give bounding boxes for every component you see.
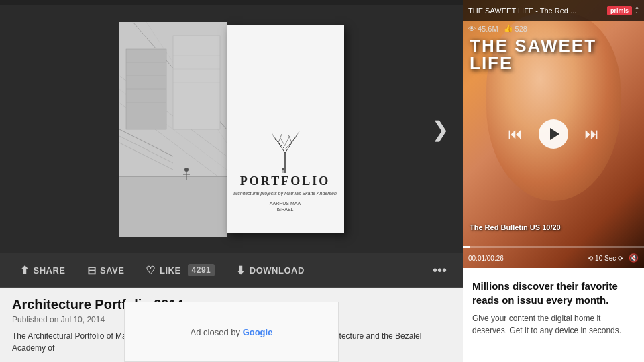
forward-button[interactable]: ⏭ (584, 125, 599, 143)
video-top-bar: THE SAWEET LIFE - The Red ... primis ⤴ (463, 0, 644, 21)
current-time: 00:01 (468, 255, 485, 262)
play-button[interactable] (539, 119, 568, 149)
promo-text: Give your content the digital home it de… (472, 312, 635, 337)
likes-value: 528 (515, 25, 527, 33)
play-icon (550, 128, 559, 140)
download-icon: ⬇ (236, 264, 246, 277)
google-logo: Google (243, 327, 273, 337)
ad-text: Ad closed by (191, 327, 243, 337)
portfolio-author: AARHUS MAA (270, 201, 301, 206)
portfolio-subtitle: architectural projects by Mathias Skafte… (233, 191, 337, 196)
svg-line-36 (285, 136, 290, 145)
svg-line-29 (274, 136, 278, 143)
video-time: 00:01/00:26 (468, 255, 504, 262)
svg-line-35 (280, 138, 285, 146)
video-progress-bar[interactable] (463, 246, 644, 248)
video-top-icons: ⤴ (635, 6, 639, 15)
video-bottom-bar: 00:01/00:26 ⟲ 10 Sec ⟳ 🔇 (468, 253, 639, 263)
share-label: SHARE (34, 265, 66, 276)
page-left (119, 22, 227, 237)
download-label: DOWNLOAD (250, 265, 305, 276)
share-icon: ⬆ (20, 264, 30, 277)
ad-closed-text: Ad closed by Google (191, 327, 273, 337)
video-progress-fill (463, 246, 470, 248)
svg-line-30 (278, 134, 282, 143)
page-right: PORTFOLIO architectural projects by Math… (227, 25, 344, 233)
svg-line-31 (292, 135, 297, 143)
like-count: 4291 (188, 264, 215, 276)
view-count: 👁 45.6M (468, 25, 498, 33)
video-title: THE SAWEET LIFE - The Red ... (468, 7, 604, 15)
ad-overlay: Ad closed by Google (124, 302, 339, 362)
tree-area (247, 119, 324, 173)
like-count: 👍 528 (504, 24, 527, 33)
top-bar (0, 0, 463, 5)
heart-icon: ♡ (146, 264, 156, 277)
video-speed: ⟲ 10 Sec ⟳ (588, 255, 623, 262)
save-label: SAVE (100, 265, 124, 276)
svg-line-33 (272, 133, 275, 139)
total-time: 00:26 (487, 255, 504, 262)
doc-pages: PORTFOLIO architectural projects by Math… (119, 15, 344, 243)
thumb-icon: 👍 (504, 24, 513, 33)
main-panel: PORTFOLIO architectural projects by Math… (0, 0, 463, 362)
save-button[interactable]: ⊟ SAVE (78, 260, 134, 281)
portfolio-title: PORTFOLIO (240, 174, 330, 188)
video-controls-overlay: ⏮ ⏭ (508, 119, 599, 149)
toolbar: ⬆ SHARE ⊟ SAVE ♡ LIKE 4291 ⬇ DOWNLOAD ••… (0, 253, 463, 288)
eye-icon: 👁 (468, 25, 476, 33)
doc-viewer: PORTFOLIO architectural projects by Math… (0, 5, 463, 253)
portfolio-year: ISRAEL (277, 207, 294, 212)
video-stats: 👁 45.6M 👍 528 (468, 24, 527, 33)
svg-point-37 (282, 168, 284, 170)
like-button[interactable]: ♡ LIKE 4291 (136, 260, 224, 281)
svg-line-34 (295, 131, 299, 138)
rewind-button[interactable]: ⏮ (508, 125, 523, 143)
svg-point-18 (184, 168, 189, 172)
speed-label: 10 Sec (595, 255, 616, 262)
svg-line-26 (285, 143, 292, 153)
save-icon: ⊟ (87, 264, 97, 277)
video-bottom-right: ⟲ 10 Sec ⟳ 🔇 (588, 253, 639, 263)
red-bulletin-label: The Red Bulletin US 10/20 (470, 223, 561, 231)
next-arrow-button[interactable]: ❯ (431, 117, 449, 142)
svg-line-27 (275, 139, 285, 149)
share-button[interactable]: ⬆ SHARE (11, 260, 75, 281)
svg-rect-16 (119, 176, 227, 237)
promo-headline: Millions discover their favorite reads o… (472, 279, 635, 307)
mute-icon[interactable]: 🔇 (629, 253, 639, 263)
like-label: LIKE (160, 265, 181, 276)
more-button[interactable]: ••• (427, 260, 452, 281)
download-button[interactable]: ⬇ DOWNLOAD (227, 260, 314, 281)
saweet-life-title: THE SAWEET LIFE (470, 37, 637, 72)
views-value: 45.6M (478, 25, 498, 33)
info-section: Architecture Portfolio 2014 Published on… (0, 288, 463, 362)
share-video-icon[interactable]: ⤴ (635, 6, 639, 15)
svg-line-32 (288, 135, 292, 143)
video-panel: THE SAWEET LIFE - The Red ... primis ⤴ 👁… (463, 0, 644, 268)
primis-badge: primis (607, 6, 632, 15)
sidebar: THE SAWEET LIFE - The Red ... primis ⤴ 👁… (463, 0, 644, 362)
promo-section: Millions discover their favorite reads o… (463, 268, 644, 362)
